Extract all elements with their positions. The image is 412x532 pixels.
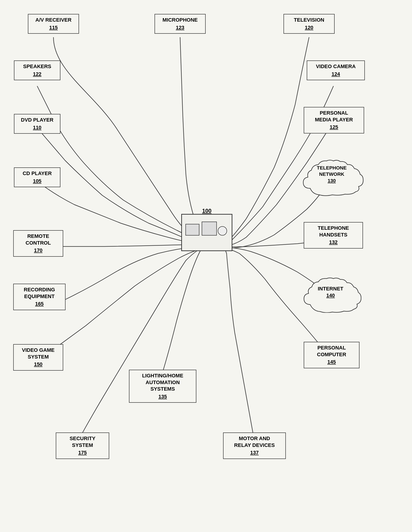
personal-computer-ref: 145: [307, 359, 356, 366]
video-game-system-label: VIDEO GAMESYSTEM: [22, 347, 55, 360]
speakers-ref: 122: [17, 71, 57, 78]
video-camera-ref: 124: [310, 71, 362, 78]
internet-ref: 140: [326, 293, 335, 298]
telephone-network-cloud: TELEPHONENETWORK 130: [299, 158, 365, 197]
personal-computer-label: PERSONALCOMPUTER: [317, 345, 346, 357]
diagram-container: 100 A/V RECEIVER 115 MICROPHONE 123 TELE…: [0, 0, 412, 532]
telephone-handsets-ref: 132: [307, 239, 360, 246]
remote-control-label: REMOTECONTROL: [26, 233, 51, 246]
remote-control-box: REMOTECONTROL 170: [13, 230, 63, 257]
television-box: TELEVISION 120: [283, 14, 335, 34]
hub-100: 100: [181, 214, 232, 251]
recording-equipment-label: RECORDINGEQUIPMENT: [24, 287, 55, 299]
lighting-home-automation-box: LIGHTING/HOMEAUTOMATIONSYSTEMS 135: [129, 370, 196, 403]
cd-player-label: CD PLAYER: [23, 171, 52, 176]
personal-media-player-label: PERSONALMEDIA PLAYER: [315, 110, 353, 123]
cd-player-ref: 105: [17, 178, 57, 185]
telephone-handsets-box: TELEPHONEHANDSETS 132: [304, 222, 363, 248]
motor-relay-ref: 137: [226, 449, 282, 456]
microphone-box: MICROPHONE 123: [155, 14, 206, 34]
internet-cloud: INTERNET 140: [300, 277, 361, 313]
video-camera-box: VIDEO CAMERA 124: [307, 60, 365, 80]
television-label: TELEVISION: [294, 17, 324, 23]
motor-relay-box: MOTOR ANDRELAY DEVICES 137: [223, 432, 286, 459]
video-camera-label: VIDEO CAMERA: [316, 64, 356, 69]
av-receiver-box: A/V RECEIVER 115: [28, 14, 79, 34]
dvd-player-box: DVD PLAYER 110: [14, 114, 60, 134]
microphone-ref: 123: [158, 24, 202, 31]
av-receiver-label: A/V RECEIVER: [35, 17, 71, 23]
telephone-network-label: TELEPHONENETWORK: [317, 165, 346, 177]
security-system-label: SECURITYSYSTEM: [69, 436, 95, 448]
personal-media-player-ref: 125: [307, 124, 361, 131]
video-game-system-box: VIDEO GAMESYSTEM 150: [13, 344, 63, 371]
recording-equipment-box: RECORDINGEQUIPMENT 165: [13, 284, 66, 310]
television-ref: 120: [287, 24, 331, 31]
internet-label: INTERNET: [318, 286, 343, 292]
recording-equipment-ref: 165: [17, 301, 62, 307]
telephone-network-ref: 130: [328, 178, 336, 183]
av-receiver-ref: 115: [31, 24, 76, 31]
speakers-label: SPEAKERS: [23, 64, 51, 69]
hub-label: 100: [202, 208, 211, 214]
remote-control-ref: 170: [17, 247, 60, 254]
lighting-home-automation-label: LIGHTING/HOMEAUTOMATIONSYSTEMS: [142, 373, 183, 392]
speakers-box: SPEAKERS 122: [14, 60, 60, 80]
security-system-box: SECURITYSYSTEM 175: [56, 432, 109, 459]
telephone-handsets-label: TELEPHONEHANDSETS: [318, 225, 349, 238]
personal-computer-box: PERSONALCOMPUTER 145: [304, 342, 359, 368]
lighting-home-automation-ref: 135: [132, 393, 193, 400]
microphone-label: MICROPHONE: [162, 17, 198, 23]
video-game-system-ref: 150: [17, 361, 60, 368]
dvd-player-label: DVD PLAYER: [21, 117, 53, 123]
dvd-player-ref: 110: [17, 124, 57, 131]
personal-media-player-box: PERSONALMEDIA PLAYER 125: [304, 107, 364, 133]
cd-player-box: CD PLAYER 105: [14, 167, 60, 187]
motor-relay-label: MOTOR ANDRELAY DEVICES: [234, 436, 275, 448]
security-system-ref: 175: [59, 449, 106, 456]
